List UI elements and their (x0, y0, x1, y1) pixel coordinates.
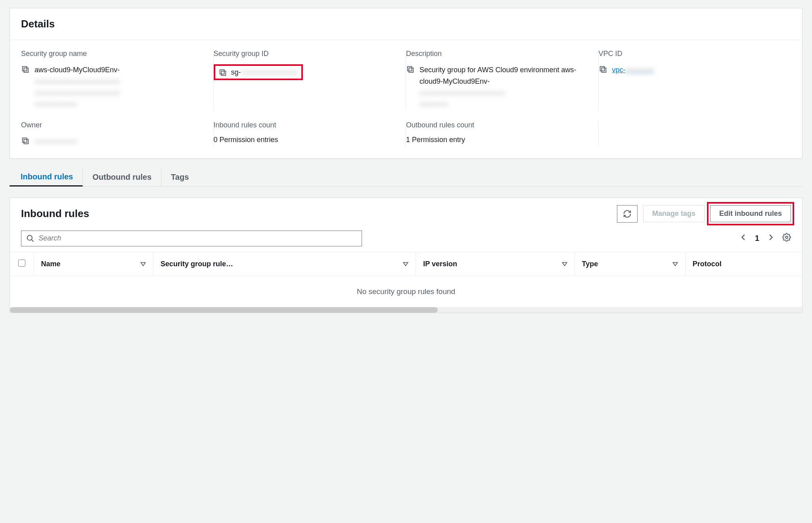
sort-icon (403, 261, 408, 267)
select-all-checkbox[interactable] (18, 260, 25, 267)
field-label: Inbound rules count (214, 121, 396, 129)
details-panel: Details Security group name aws-cloud9-M… (10, 8, 802, 159)
field-value-text: aws-cloud9-MyCloud9Env- xxxxxxxxxxxxxxxx… (34, 64, 120, 110)
field-vpc-id: VPC ID vpc-xxxxxxxx (599, 50, 791, 110)
inbound-rules-panel: Inbound rules Manage tags Edit inbound r… (10, 198, 802, 313)
gear-icon (782, 233, 791, 242)
copy-icon[interactable] (406, 65, 415, 74)
rules-table-wrap: Name Security group rule… IP version Typ… (10, 252, 802, 307)
search-row: 1 (10, 227, 802, 252)
details-grid: Security group name aws-cloud9-MyCloud9E… (10, 40, 802, 158)
svg-marker-14 (403, 263, 408, 266)
tab-tags[interactable]: Tags (161, 169, 198, 186)
svg-rect-4 (409, 68, 413, 72)
field-value-text: Security group for AWS Cloud9 environmen… (419, 64, 589, 110)
sort-icon (140, 261, 146, 267)
chevron-right-icon (766, 233, 775, 242)
scrollbar-thumb[interactable] (10, 307, 438, 313)
field-value-text: sg-xxxxxxxxxxxxxxxx (231, 68, 298, 77)
chevron-left-icon (739, 233, 748, 242)
field-label: Description (406, 50, 589, 58)
col-sg-rule[interactable]: Security group rule… (153, 252, 416, 276)
page-prev[interactable] (739, 233, 748, 244)
svg-point-12 (785, 237, 788, 239)
field-security-group-name: Security group name aws-cloud9-MyCloud9E… (21, 50, 214, 110)
sort-icon (562, 261, 567, 267)
svg-rect-7 (600, 67, 604, 71)
details-header: Details (10, 8, 802, 40)
copy-icon[interactable] (21, 65, 30, 74)
select-all-cell (10, 252, 34, 276)
field-label: VPC ID (599, 50, 782, 58)
rules-title: Inbound rules (21, 208, 611, 220)
rules-header: Inbound rules Manage tags Edit inbound r… (10, 198, 802, 227)
search-box[interactable] (21, 231, 362, 246)
refresh-icon (623, 210, 632, 218)
empty-row: No security group rules found (10, 276, 802, 307)
tabs-nav: Inbound rules Outbound rules Tags (10, 168, 802, 187)
field-owner: Owner xxxxxxxxxxxx (21, 121, 214, 147)
col-protocol[interactable]: Protocol (685, 252, 802, 276)
field-outbound-count: Outbound rules count 1 Permission entry (406, 121, 599, 147)
field-value-text: 0 Permission entries (214, 136, 396, 144)
field-value-text: xxxxxxxxxxxx (34, 136, 77, 147)
tab-inbound-rules[interactable]: Inbound rules (10, 168, 83, 187)
col-name[interactable]: Name (34, 252, 153, 276)
field-value-text: 1 Permission entry (406, 136, 589, 144)
vpc-link[interactable]: vpc-xxxxxxxx (612, 64, 654, 76)
field-inbound-count: Inbound rules count 0 Permission entries (214, 121, 406, 147)
svg-rect-6 (601, 68, 606, 72)
details-title: Details (21, 18, 791, 30)
rules-table: Name Security group rule… IP version Typ… (10, 252, 802, 307)
svg-marker-15 (562, 263, 567, 266)
svg-marker-13 (141, 263, 146, 266)
horizontal-scrollbar[interactable] (10, 307, 802, 313)
search-icon (26, 234, 34, 243)
highlight-box-sg-id: sg-xxxxxxxxxxxxxxxx (214, 64, 303, 80)
edit-inbound-rules-button[interactable]: Edit inbound rules (710, 205, 791, 222)
pagination: 1 (739, 233, 791, 244)
field-label: Security group ID (214, 50, 396, 58)
svg-point-10 (27, 235, 32, 240)
field-empty (599, 121, 791, 147)
copy-icon[interactable] (218, 68, 227, 77)
page-number: 1 (755, 234, 759, 243)
field-security-group-id: Security group ID sg-xxxxxxxxxxxxxxxx (214, 50, 406, 110)
field-label: Security group name (21, 50, 204, 58)
col-ip-version[interactable]: IP version (416, 252, 575, 276)
svg-rect-9 (23, 138, 27, 142)
svg-line-11 (31, 240, 33, 242)
page-next[interactable] (766, 233, 775, 244)
col-type[interactable]: Type (575, 252, 685, 276)
tab-outbound-rules[interactable]: Outbound rules (83, 169, 161, 186)
empty-message: No security group rules found (10, 276, 802, 307)
search-input[interactable] (38, 234, 357, 242)
field-description: Description Security group for AWS Cloud… (406, 50, 599, 110)
svg-rect-5 (408, 67, 412, 71)
svg-marker-16 (673, 263, 678, 266)
field-label: Owner (21, 121, 204, 129)
table-header-row: Name Security group rule… IP version Typ… (10, 252, 802, 276)
copy-icon[interactable] (21, 137, 30, 145)
table-settings-button[interactable] (782, 233, 791, 244)
sort-icon (672, 261, 678, 267)
field-label: Outbound rules count (406, 121, 589, 129)
copy-icon[interactable] (599, 65, 607, 74)
svg-rect-1 (23, 67, 27, 71)
svg-rect-8 (24, 140, 28, 144)
refresh-button[interactable] (617, 205, 638, 223)
svg-rect-2 (221, 71, 226, 75)
svg-rect-3 (220, 70, 224, 74)
svg-rect-0 (24, 68, 28, 72)
manage-tags-button[interactable]: Manage tags (643, 205, 705, 222)
